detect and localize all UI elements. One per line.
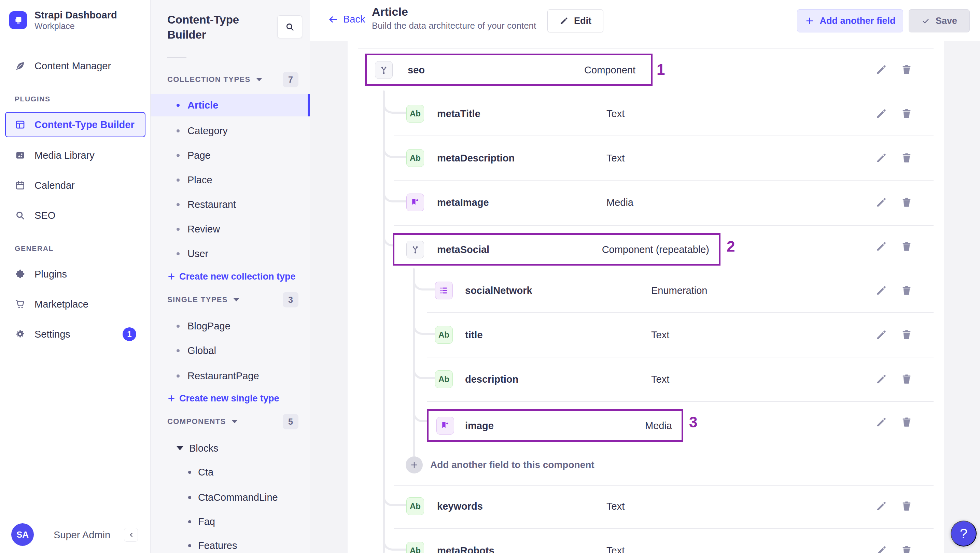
edit-field-button[interactable] [875,373,888,385]
sidebar-item-blogpage[interactable]: BlogPage [151,315,310,337]
collection-types-header[interactable]: COLLECTION TYPES [167,75,262,84]
text-field-icon: Ab [435,326,453,344]
field-row-metasocial[interactable]: metaSocial Component (repeatable) [393,233,721,265]
row-actions [875,500,913,512]
bullet-icon [177,203,180,206]
sidebar-item-settings[interactable]: Settings 1 [0,322,151,346]
edit-field-button[interactable] [875,500,888,512]
field-row-seo[interactable]: seo Component [365,54,652,86]
components-header[interactable]: COMPONENTS [167,417,238,426]
edit-field-button[interactable] [875,329,888,341]
field-row-socialnetwork[interactable]: socialNetwork Enumeration [348,268,944,313]
delete-field-button[interactable] [900,240,913,253]
sidebar-item-content-manager[interactable]: Content Manager [0,54,151,78]
sidebar-item-article[interactable]: Article [151,94,310,116]
edit-field-button[interactable] [875,152,888,164]
delete-field-button[interactable] [900,500,913,512]
field-row-description[interactable]: Ab description Text [348,357,944,401]
field-name: image [465,420,494,431]
row-actions [875,329,913,341]
edit-field-button[interactable] [875,196,888,208]
sidebar-item-calendar[interactable]: Calendar [0,173,151,197]
sidebar-item-review[interactable]: Review [151,218,310,240]
edit-field-button[interactable] [875,284,888,297]
separator [394,225,934,226]
bullet-icon [177,228,180,231]
delete-field-button[interactable] [900,284,913,297]
field-row-keywords[interactable]: Ab keywords Text [348,484,944,528]
collapse-sidebar-button[interactable] [124,528,138,542]
row-actions [875,108,913,120]
create-collection-type-link[interactable]: Create new collection type [151,266,310,287]
sidebar-item-plugins[interactable]: Plugins [0,262,151,286]
help-button[interactable]: ? [951,521,977,547]
component-group-blocks[interactable]: Blocks [151,438,310,458]
content-type-builder-sidebar: Content-Type Builder COLLECTION TYPES 7 … [151,0,310,553]
bullet-icon [177,349,180,352]
chevron-left-icon [127,531,135,539]
edit-field-button[interactable] [875,545,888,553]
delete-field-button[interactable] [900,64,913,76]
edit-field-button[interactable] [875,108,888,120]
sidebar-item-faq[interactable]: Faq [151,512,310,532]
single-types-header[interactable]: SINGLE TYPES [167,295,239,304]
delete-field-button[interactable] [900,196,913,208]
sidebar-item-content-type-builder[interactable]: Content-Type Builder [5,112,145,137]
sidebar-item-global[interactable]: Global [151,339,310,362]
field-row-metadescription[interactable]: Ab metaDescription Text [348,136,944,180]
sidebar-item-features[interactable]: Features [151,535,310,553]
sidebar-item-cta[interactable]: Cta [151,462,310,482]
field-row-metarobots[interactable]: Ab metaRobots Text [348,528,944,553]
save-button[interactable]: Save [908,9,970,32]
sidebar-item-place[interactable]: Place [151,168,310,191]
field-type: Component (repeatable) [602,244,709,255]
edit-field-button[interactable] [875,64,888,76]
field-row-metaimage[interactable]: metaImage Media [348,180,944,225]
field-row-title[interactable]: Ab title Text [348,313,944,357]
row-actions [875,240,913,253]
sidebar-item-restaurantpage[interactable]: RestaurantPage [151,365,310,387]
component-icon [406,241,424,258]
row-actions [875,196,913,208]
search-button[interactable] [277,15,302,38]
components-section: COMPONENTS 5 [151,413,310,430]
field-row-metatitle[interactable]: Ab metaTitle Text [348,92,944,136]
field-row-image[interactable]: image Media [427,409,683,442]
sidebar-item-restaurant[interactable]: Restaurant [151,193,310,216]
chevron-down-icon [232,420,238,423]
create-single-type-link[interactable]: Create new single type [151,388,310,408]
row-actions [875,152,913,164]
sidebar-item-ctacommandline[interactable]: CtaCommandLine [151,487,310,508]
sidebar-item-user[interactable]: User [151,242,310,265]
strapi-app: Strapi Dashboard Workplace Content Manag… [0,0,980,553]
delete-field-button[interactable] [900,152,913,164]
bullet-icon [177,154,180,157]
delete-field-button[interactable] [900,108,913,120]
back-link[interactable]: Back [328,14,365,25]
text-field-icon: Ab [406,542,424,553]
delete-field-button[interactable] [900,545,913,553]
edit-button[interactable]: Edit [547,9,603,32]
workspace-switcher[interactable]: Strapi Dashboard Workplace [9,9,117,31]
row-actions [875,64,913,76]
feather-icon [15,60,25,72]
add-field-to-component-button[interactable]: Add another field to this component [348,451,826,478]
edit-field-button[interactable] [875,240,888,253]
field-type: Media [606,197,633,208]
edit-field-button[interactable] [875,416,888,428]
delete-field-button[interactable] [900,373,913,385]
sidebar-item-category[interactable]: Category [151,119,310,142]
sidebar-item-page[interactable]: Page [151,144,310,167]
sidebar-item-marketplace[interactable]: Marketplace [0,292,151,316]
field-name: description [465,374,518,385]
text-field-icon: Ab [406,149,424,167]
page-title: Article [372,5,408,19]
add-another-field-button[interactable]: Add another field [797,9,903,32]
avatar[interactable]: SA [11,523,34,546]
plus-icon [167,394,176,403]
sidebar-item-media-library[interactable]: Media Library [0,143,151,167]
delete-field-button[interactable] [900,416,913,428]
sidebar-item-seo[interactable]: SEO [0,203,151,227]
divider [167,57,186,58]
delete-field-button[interactable] [900,329,913,341]
